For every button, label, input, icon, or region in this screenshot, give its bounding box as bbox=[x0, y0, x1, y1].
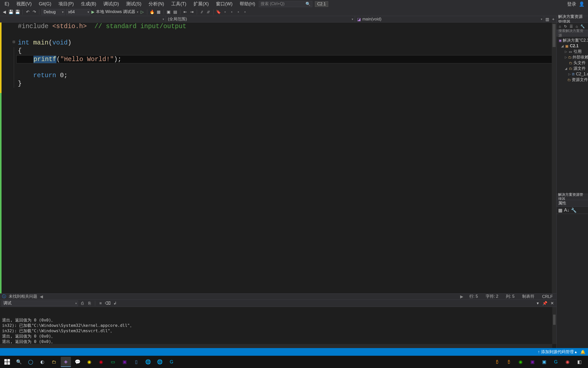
uncomment-icon[interactable]: ⫻ bbox=[206, 9, 211, 15]
code-editor[interactable]: #include <stdio.h> // standard input/out… bbox=[0, 22, 556, 293]
tray-icon[interactable]: ◧ bbox=[574, 357, 584, 367]
output-icon[interactable]: ⎙ bbox=[80, 301, 85, 306]
tray-icon[interactable]: ₿ bbox=[504, 357, 514, 367]
issues-icon[interactable]: ⓘ bbox=[2, 294, 6, 299]
platform-combo[interactable]: x64 bbox=[66, 9, 90, 15]
menu-item[interactable]: 视图(V) bbox=[13, 0, 35, 8]
redo-icon[interactable]: ↷ bbox=[31, 9, 37, 15]
tree-external[interactable]: ▷🗀外部依赖项 bbox=[557, 54, 588, 60]
output-icon[interactable]: ⌫ bbox=[105, 301, 111, 306]
app-icon[interactable]: ▭ bbox=[108, 357, 118, 367]
wechat-icon[interactable]: 💬 bbox=[72, 357, 83, 367]
tool-icon[interactable]: ⌂ bbox=[574, 24, 579, 29]
output-icon[interactable]: ↲ bbox=[112, 301, 118, 306]
menu-item[interactable]: Git(G) bbox=[35, 0, 55, 8]
menu-item[interactable]: 扩展(X) bbox=[190, 0, 212, 8]
output-icon[interactable]: ⎘ bbox=[87, 301, 92, 306]
search-task-icon[interactable]: 🔍 bbox=[14, 357, 24, 367]
line-indicator[interactable]: 行: 5 bbox=[468, 294, 480, 299]
explorer-icon[interactable]: 🗀 bbox=[49, 357, 59, 367]
tree-resources[interactable]: 🗀资源文件 bbox=[557, 77, 588, 83]
tb-icon[interactable]: ▫ bbox=[222, 9, 228, 15]
scroll-thumb[interactable] bbox=[553, 24, 556, 47]
tb-icon[interactable]: ▫ bbox=[242, 9, 248, 15]
start-button[interactable] bbox=[2, 357, 12, 367]
menu-item[interactable]: 测试(S) bbox=[122, 0, 145, 8]
chrome-icon[interactable]: 🌐 bbox=[143, 357, 153, 367]
menu-item[interactable]: 分析(N) bbox=[145, 0, 168, 8]
tool-icon[interactable]: 🔧 bbox=[580, 24, 585, 29]
tool-icon[interactable]: ☰ bbox=[569, 24, 573, 29]
tb-icon[interactable]: 🔥 bbox=[149, 9, 155, 15]
start-noDebug-icon[interactable]: ▷ bbox=[139, 9, 145, 15]
nav-scope-combo[interactable]: (全局范围) bbox=[166, 16, 355, 22]
tree-refs[interactable]: ▷▭引用 bbox=[557, 49, 588, 54]
output-text[interactable]: 退出, 返回值为 0 (0x0)。in32): 已加载"C:\Windows\S… bbox=[0, 307, 556, 348]
home-icon[interactable]: ⌂ bbox=[558, 24, 562, 29]
visual-studio-icon[interactable]: ◈ bbox=[61, 357, 71, 367]
cortana-icon[interactable]: ◯ bbox=[26, 357, 36, 367]
netease-icon[interactable]: ◉ bbox=[96, 357, 106, 367]
tb-icon[interactable]: ▣ bbox=[166, 9, 172, 15]
tray-icon[interactable]: ▣ bbox=[527, 357, 537, 367]
solution-search-input[interactable]: 搜索解决方案资源 bbox=[557, 30, 588, 37]
menu-item[interactable]: E) bbox=[1, 0, 13, 8]
menu-item[interactable]: 项目(P) bbox=[55, 0, 77, 8]
close-icon[interactable]: ✕ bbox=[549, 301, 555, 306]
app-icon[interactable]: ▯ bbox=[131, 357, 141, 367]
onenote-icon[interactable]: ▣ bbox=[119, 357, 130, 367]
eol-indicator[interactable]: CRLF bbox=[541, 294, 554, 299]
tree-file[interactable]: ▷🖹C2_1.c bbox=[557, 71, 588, 77]
vertical-scrollbar[interactable] bbox=[552, 22, 556, 293]
tb-icon[interactable]: ▫ bbox=[229, 9, 235, 15]
char-indicator[interactable]: 字符: 2 bbox=[484, 294, 500, 299]
tb-icon[interactable]: ▫ bbox=[236, 9, 241, 15]
undo-icon[interactable]: ↶ bbox=[25, 9, 30, 15]
nav-project-combo[interactable] bbox=[0, 16, 166, 22]
properties-body[interactable] bbox=[557, 214, 588, 348]
login-area[interactable]: 登录 👤 bbox=[567, 1, 587, 7]
menu-item[interactable]: 窗口(W) bbox=[212, 0, 236, 8]
tree-solution[interactable]: ▣解决方案"C2.1"(1 bbox=[557, 38, 588, 43]
wrench-icon[interactable]: 🔧 bbox=[571, 208, 577, 213]
comment-icon[interactable]: ⫽ bbox=[199, 9, 205, 15]
menu-item[interactable]: 调试(D) bbox=[100, 0, 122, 8]
code-body[interactable]: #include <stdio.h> // standard input/out… bbox=[16, 22, 556, 293]
menu-item[interactable]: 工具(T) bbox=[168, 0, 190, 8]
output-source-combo[interactable]: 调试 bbox=[2, 301, 78, 306]
solution-badge[interactable]: C2.1 bbox=[315, 1, 328, 7]
tool-icon[interactable]: ↻ bbox=[563, 24, 568, 29]
nav-member-combo[interactable]: ◪main(void) bbox=[355, 16, 544, 22]
logi-icon[interactable]: G bbox=[166, 357, 177, 367]
qq-music-icon[interactable]: ◉ bbox=[84, 357, 94, 367]
bookmark-icon[interactable]: 🔖 bbox=[216, 9, 221, 15]
chevron-right-icon[interactable]: ▶ bbox=[460, 294, 463, 299]
nav-add-icon[interactable]: ＋ bbox=[550, 16, 556, 22]
tabs-indicator[interactable]: 制表符 bbox=[521, 294, 536, 299]
menu-item[interactable]: 生成(B) bbox=[77, 0, 100, 8]
search-input[interactable]: 搜索 (Ctrl+Q) 🔍 bbox=[259, 1, 312, 7]
steam-icon[interactable]: ◐ bbox=[37, 357, 47, 367]
chevron-left-icon[interactable]: ◀ bbox=[40, 294, 43, 299]
save-all-icon[interactable]: 💾 bbox=[15, 9, 20, 15]
output-horizontal-scrollbar[interactable] bbox=[0, 344, 552, 348]
source-control-button[interactable]: ↑ 添加到源代码管理 ▴ bbox=[538, 349, 577, 355]
config-combo[interactable]: Debug bbox=[41, 9, 65, 15]
save-icon[interactable]: 💾 bbox=[8, 9, 14, 15]
indent-decrease-icon[interactable]: ⇤ bbox=[182, 9, 188, 15]
chevron-down-icon[interactable]: ▾ bbox=[535, 301, 541, 306]
run-button[interactable]: ▶ 本地 Windows 调试器 ▾ bbox=[91, 9, 138, 15]
nav-split-icon[interactable]: ▥ bbox=[544, 16, 550, 22]
tray-icon[interactable]: ◉ bbox=[516, 357, 526, 367]
tree-sources[interactable]: ◢🗀源文件 bbox=[557, 66, 588, 71]
alpha-icon[interactable]: A↓ bbox=[564, 208, 569, 213]
system-tray[interactable]: ₿ ₿ ◉ ▣ ▣ G ◉ ◧ bbox=[492, 357, 586, 367]
tray-icon[interactable]: ◉ bbox=[562, 357, 573, 367]
tray-icon[interactable]: G bbox=[551, 357, 561, 367]
output-vertical-scrollbar[interactable] bbox=[552, 307, 556, 344]
tb-icon[interactable]: ▤ bbox=[173, 9, 178, 15]
edge-icon[interactable]: 🌐 bbox=[155, 357, 165, 367]
tree-headers[interactable]: 🗀头文件 bbox=[557, 60, 588, 66]
tray-icon[interactable]: ₿ bbox=[492, 357, 502, 367]
tree-project[interactable]: ◢▣C2.1 bbox=[557, 43, 588, 49]
